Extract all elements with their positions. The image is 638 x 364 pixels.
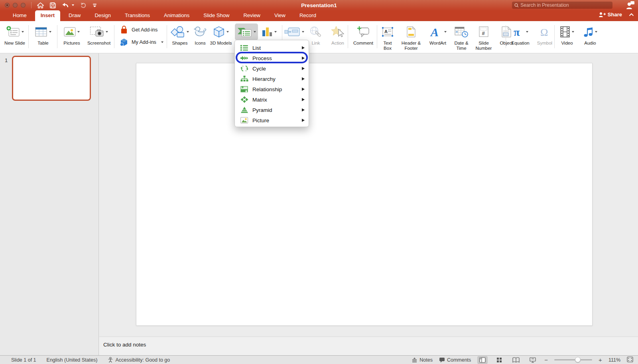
tab-draw[interactable]: Draw [63, 10, 86, 21]
slide-canvas[interactable] [136, 63, 593, 326]
chevron-down-icon[interactable] [187, 31, 189, 33]
zoom-in-button[interactable]: + [599, 357, 602, 363]
menu-item-picture[interactable]: Picture [235, 115, 309, 125]
slide-sorter-view-button[interactable] [494, 356, 504, 364]
maximize-window-button[interactable] [21, 3, 26, 8]
divider [31, 2, 32, 8]
save-button[interactable] [50, 2, 56, 8]
share-person-icon [599, 12, 606, 18]
smartart-button[interactable] [235, 23, 258, 40]
group-divider [114, 25, 114, 48]
chevron-down-icon[interactable] [49, 31, 51, 33]
notes-toggle-button[interactable]: Notes [412, 357, 433, 363]
chevron-down-icon[interactable] [595, 31, 597, 33]
chevron-down-icon[interactable] [72, 4, 74, 6]
slide-thumbnail[interactable] [12, 56, 91, 101]
comment-button[interactable]: Comment [351, 23, 376, 46]
notes-area[interactable]: Click to add notes [99, 337, 638, 355]
group-divider [554, 25, 555, 48]
chevron-down-icon[interactable] [77, 31, 80, 33]
process-icon [240, 55, 248, 62]
menu-item-matrix[interactable]: Matrix [235, 94, 309, 105]
tab-review[interactable]: Review [238, 10, 266, 21]
shapes-button[interactable]: Shapes [169, 23, 191, 46]
my-addins-button[interactable]: My Add-ins [120, 38, 163, 47]
get-addins-button[interactable]: Get Add-ins [120, 25, 158, 34]
slide-number-button[interactable]: # Slide Number [473, 23, 494, 51]
minimize-window-button[interactable] [13, 3, 18, 8]
menu-item-pyramid[interactable]: Pyramid [235, 105, 309, 115]
svg-text:π: π [514, 26, 520, 38]
group-divider [348, 25, 348, 48]
table-button[interactable]: Table [32, 23, 54, 46]
audio-icon [583, 26, 593, 38]
zoom-slider[interactable] [554, 359, 592, 360]
wordart-button[interactable]: A WordArt [426, 23, 449, 46]
symbol-button: Ω Symbol [535, 23, 554, 46]
my-addins-icon [120, 38, 128, 47]
customize-toolbar-button[interactable] [93, 3, 97, 8]
collapse-ribbon-chevron-icon[interactable] [629, 13, 634, 16]
redo-button[interactable] [80, 2, 87, 8]
close-window-button[interactable] [5, 3, 10, 8]
header-footer-button[interactable]: Header & Footer [398, 23, 424, 51]
chevron-down-icon[interactable] [22, 31, 24, 33]
tab-design[interactable]: Design [89, 10, 116, 21]
duck-icon [194, 26, 207, 38]
3d-models-button[interactable]: 3D Models [210, 23, 232, 46]
normal-view-button[interactable] [477, 356, 488, 364]
screenshot-button[interactable]: Screenshot [85, 23, 113, 46]
home-button[interactable] [37, 2, 44, 8]
menu-item-process[interactable]: Process [235, 53, 309, 63]
ribbon-tabs: Home Insert Draw Design Transitions Anim… [7, 10, 322, 21]
chevron-down-icon[interactable] [274, 31, 277, 33]
chevron-down-icon[interactable] [302, 31, 304, 33]
search-input[interactable] [520, 2, 610, 8]
new-slide-button[interactable]: New Slide [3, 23, 26, 46]
chevron-down-icon[interactable] [226, 31, 229, 33]
pictures-button[interactable]: Pictures [60, 23, 83, 46]
accessibility-button[interactable]: Accessibility: Good to go [108, 357, 170, 363]
powerpoint-window: Presentation1 Home Insert Draw Design Tr… [0, 0, 638, 364]
redo-icon [80, 2, 87, 8]
reading-view-button[interactable] [511, 356, 521, 364]
date-time-button[interactable]: Date & Time [452, 23, 471, 51]
search-box[interactable] [512, 2, 612, 9]
chevron-down-icon[interactable] [526, 31, 528, 33]
tab-transitions[interactable]: Transitions [119, 10, 156, 21]
menu-item-list[interactable]: List [235, 43, 309, 53]
audio-button[interactable]: Audio [581, 23, 600, 46]
zoom-slider-knob[interactable] [575, 357, 581, 362]
icons-button[interactable]: Icons [192, 23, 209, 46]
chevron-down-icon[interactable] [444, 31, 447, 33]
equation-button[interactable]: π Equation [509, 23, 532, 46]
tab-home[interactable]: Home [7, 10, 32, 21]
chart-button[interactable] [262, 23, 277, 40]
chevron-down-icon[interactable] [254, 31, 256, 33]
share-button[interactable]: Share [599, 12, 622, 18]
fit-slide-button[interactable] [627, 356, 633, 364]
account-button[interactable] [625, 1, 635, 11]
tab-insert[interactable]: Insert [35, 10, 60, 21]
tab-slide-show[interactable]: Slide Show [198, 10, 235, 21]
undo-button[interactable] [62, 2, 74, 8]
submenu-arrow-icon [302, 88, 305, 91]
tab-animations[interactable]: Animations [158, 10, 195, 21]
zoom-level[interactable]: 111% [608, 357, 620, 363]
menu-item-cycle[interactable]: Cycle [235, 63, 309, 74]
zoom-out-button[interactable]: − [544, 357, 548, 363]
language-button[interactable]: English (United States) [47, 357, 98, 363]
menu-item-relationship[interactable]: Relationship [235, 84, 309, 94]
video-button[interactable]: Video [557, 23, 577, 46]
chevron-down-icon[interactable] [572, 31, 574, 33]
tab-record[interactable]: Record [294, 10, 322, 21]
chevron-down-icon[interactable] [106, 31, 108, 33]
pictures-icon [64, 27, 76, 37]
text-box-button[interactable]: A Text Box [379, 23, 396, 51]
chevron-down-icon[interactable] [161, 41, 163, 43]
zoom-feature-button[interactable] [284, 23, 304, 40]
tab-view[interactable]: View [269, 10, 291, 21]
slide-show-button[interactable] [528, 356, 538, 364]
comments-toggle-button[interactable]: Comments [439, 357, 471, 363]
menu-item-hierarchy[interactable]: Hierarchy [235, 74, 309, 84]
